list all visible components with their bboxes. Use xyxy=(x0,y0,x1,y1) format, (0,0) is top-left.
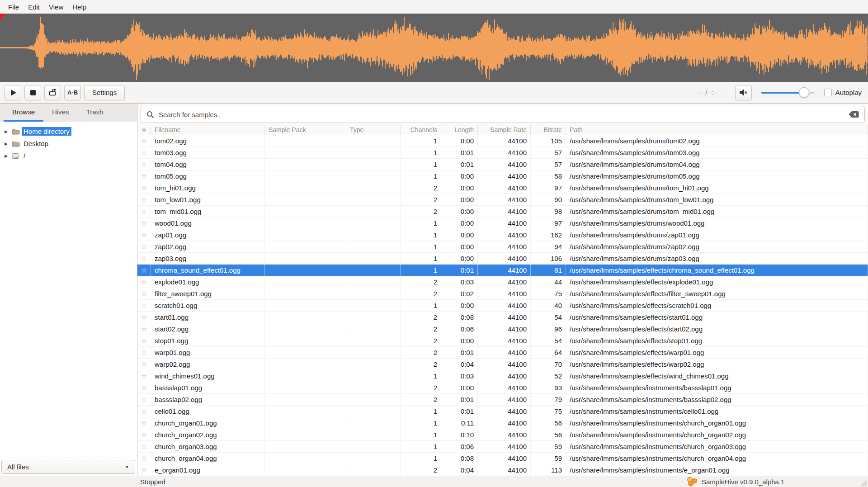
table-row[interactable]: ☆explode01.ogg20:034410044/usr/share/lmm… xyxy=(137,276,868,288)
column-header-sample_pack[interactable]: Sample Pack xyxy=(265,125,346,135)
table-row[interactable]: ☆church_organ02.ogg10:104410056/usr/shar… xyxy=(137,429,868,441)
tab-trash[interactable]: Trash xyxy=(78,104,112,122)
favorite-star-icon[interactable]: ☆ xyxy=(137,464,151,476)
stop-button[interactable] xyxy=(24,85,41,100)
table-row[interactable]: ☆church_organ03.ogg10:064410059/usr/shar… xyxy=(137,441,868,453)
favorite-star-icon[interactable]: ☆ xyxy=(137,159,151,170)
expander-icon[interactable]: ▶ xyxy=(5,154,12,158)
favorite-star-icon[interactable]: ☆ xyxy=(137,347,151,358)
favorite-star-icon[interactable]: ☆ xyxy=(137,335,151,346)
table-row[interactable]: ☆warp02.ogg20:044410070/usr/share/lmms/s… xyxy=(137,359,868,370)
table-row[interactable]: ☆tom03.ogg10:014410057/usr/share/lmms/sa… xyxy=(137,147,868,159)
tree-item-root[interactable]: ▶ / xyxy=(0,150,137,162)
table-row[interactable]: ☆tom02.ogg10:0044100105/usr/share/lmms/s… xyxy=(137,135,868,147)
favorite-star-icon[interactable]: ☆ xyxy=(137,406,151,417)
table-row[interactable]: ☆church_organ01.ogg10:114410056/usr/shar… xyxy=(137,417,868,429)
loop-button[interactable] xyxy=(44,85,61,100)
favorite-star-icon[interactable]: ☆ xyxy=(137,253,151,264)
favorite-star-icon[interactable]: ☆ xyxy=(137,370,151,382)
table-row[interactable]: ☆tom05.ogg10:004410058/usr/share/lmms/sa… xyxy=(137,170,868,182)
cell-sample_rate: 44100 xyxy=(478,359,531,370)
menu-edit[interactable]: Edit xyxy=(24,2,44,12)
table-row[interactable]: ☆e_organ01.ogg20:0444100113/usr/share/lm… xyxy=(137,464,868,476)
favorite-star-icon[interactable]: ☆ xyxy=(137,323,151,335)
column-header-favorite[interactable]: ★ xyxy=(137,125,151,135)
favorite-star-icon[interactable]: ☆ xyxy=(137,429,151,440)
cell-sample_rate: 44100 xyxy=(478,417,531,429)
column-header-bitrate[interactable]: Bitrate xyxy=(531,125,566,135)
favorite-star-icon[interactable]: ☆ xyxy=(137,394,151,405)
volume-slider-thumb[interactable] xyxy=(799,87,809,98)
table-row[interactable]: ☆start02.ogg20:064410096/usr/share/lmms/… xyxy=(137,323,868,335)
search-box[interactable] xyxy=(141,106,865,123)
volume-slider[interactable] xyxy=(761,92,815,94)
table-row[interactable]: ☆start01.ogg20:084410054/usr/share/lmms/… xyxy=(137,312,868,323)
table-row[interactable]: ☆tom_mid01.ogg20:004410098/usr/share/lmm… xyxy=(137,206,868,217)
column-header-type[interactable]: Type xyxy=(346,125,401,135)
autoplay-checkbox[interactable] xyxy=(824,89,832,96)
table-row[interactable]: ☆zap02.ogg10:004410094/usr/share/lmms/sa… xyxy=(137,241,868,253)
menu-file[interactable]: File xyxy=(4,2,24,12)
favorite-star-icon[interactable]: ☆ xyxy=(137,182,151,194)
table-row[interactable]: ☆zap03.ogg10:0044100106/usr/share/lmms/s… xyxy=(137,253,868,265)
favorite-star-icon[interactable]: ☆ xyxy=(137,441,151,452)
column-header-sample_rate[interactable]: Sample Rate xyxy=(478,125,531,135)
favorite-star-icon[interactable]: ☆ xyxy=(137,194,151,205)
expander-icon[interactable]: ▶ xyxy=(5,142,12,146)
table-row[interactable]: ☆bassslap01.ogg20:004410093/usr/share/lm… xyxy=(137,382,868,394)
waveform-panel[interactable] xyxy=(0,14,868,82)
tab-hives[interactable]: Hives xyxy=(43,104,78,122)
table-row[interactable]: ☆warp01.ogg20:014410064/usr/share/lmms/s… xyxy=(137,347,868,359)
tree-item-home-directory[interactable]: ▶ Home directory xyxy=(0,125,137,137)
table-row[interactable]: ☆wood01.ogg10:004410097/usr/share/lmms/s… xyxy=(137,217,868,229)
cell-path: /usr/share/lmms/samples/drums/tom04.ogg xyxy=(566,159,868,170)
table-row[interactable]: ☆tom_low01.ogg20:004410090/usr/share/lmm… xyxy=(137,194,868,206)
table-row[interactable]: ☆tom04.ogg10:014410057/usr/share/lmms/sa… xyxy=(137,159,868,170)
table-row[interactable]: ☆bassslap02.ogg20:014410079/usr/share/lm… xyxy=(137,394,868,406)
favorite-star-icon[interactable]: ☆ xyxy=(137,206,151,217)
mute-button[interactable] xyxy=(735,85,752,100)
table-row[interactable]: ☆zap01.ogg10:0044100162/usr/share/lmms/s… xyxy=(137,229,868,241)
table-row[interactable]: ☆stop01.ogg20:004410054/usr/share/lmms/s… xyxy=(137,335,868,347)
favorite-star-icon[interactable]: ☆ xyxy=(137,229,151,241)
table-row[interactable]: ☆church_organ04.ogg10:084410059/usr/shar… xyxy=(137,453,868,464)
table-row[interactable]: ☆scratch01.ogg10:004410040/usr/share/lmm… xyxy=(137,300,868,312)
table-row[interactable]: ☆chroma_sound_effect01.ogg10:014410081/u… xyxy=(137,265,868,276)
play-button[interactable] xyxy=(5,85,21,100)
table-row[interactable]: ☆wind_chimes01.ogg10:034410052/usr/share… xyxy=(137,370,868,382)
resize-grip[interactable] xyxy=(859,479,867,487)
favorite-star-icon[interactable]: ☆ xyxy=(137,241,151,252)
favorite-star-icon[interactable]: ☆ xyxy=(137,147,151,158)
favorite-star-icon[interactable]: ☆ xyxy=(137,359,151,370)
favorite-star-icon[interactable]: ☆ xyxy=(137,417,151,429)
favorite-star-icon[interactable]: ☆ xyxy=(137,170,151,182)
favorite-star-icon[interactable]: ☆ xyxy=(137,276,151,288)
menu-view[interactable]: View xyxy=(44,2,68,12)
file-filter-dropdown[interactable]: All files ▼ xyxy=(1,460,135,474)
favorite-star-icon[interactable]: ☆ xyxy=(137,265,151,276)
playhead-marker-icon[interactable] xyxy=(0,14,7,21)
table-row[interactable]: ☆tom_hi01.ogg20:004410097/usr/share/lmms… xyxy=(137,182,868,194)
clear-search-icon[interactable] xyxy=(849,111,859,118)
table-row[interactable]: ☆cello01.ogg10:014410075/usr/share/lmms/… xyxy=(137,406,868,417)
favorite-star-icon[interactable]: ☆ xyxy=(137,288,151,299)
favorite-star-icon[interactable]: ☆ xyxy=(137,312,151,323)
table-row[interactable]: ☆filter_sweep01.ogg20:024410075/usr/shar… xyxy=(137,288,868,300)
column-header-length[interactable]: Length xyxy=(441,125,478,135)
menu-help[interactable]: Help xyxy=(68,2,91,12)
expander-icon[interactable]: ▶ xyxy=(5,129,12,134)
favorite-star-icon[interactable]: ☆ xyxy=(137,300,151,311)
tree-item-desktop[interactable]: ▶ Desktop xyxy=(0,137,137,150)
cell-sample_rate: 44100 xyxy=(478,464,531,476)
search-input[interactable] xyxy=(159,111,849,118)
tab-browse[interactable]: Browse xyxy=(4,104,43,122)
favorite-star-icon[interactable]: ☆ xyxy=(137,217,151,229)
column-header-path[interactable]: Path xyxy=(566,125,868,135)
settings-button[interactable]: Settings xyxy=(84,85,125,100)
ab-loop-button[interactable]: A-B xyxy=(64,85,81,100)
column-header-channels[interactable]: Channels xyxy=(401,125,441,135)
favorite-star-icon[interactable]: ☆ xyxy=(137,382,151,393)
column-header-filename[interactable]: Filename xyxy=(151,125,265,135)
favorite-star-icon[interactable]: ☆ xyxy=(137,135,151,147)
favorite-star-icon[interactable]: ☆ xyxy=(137,453,151,464)
